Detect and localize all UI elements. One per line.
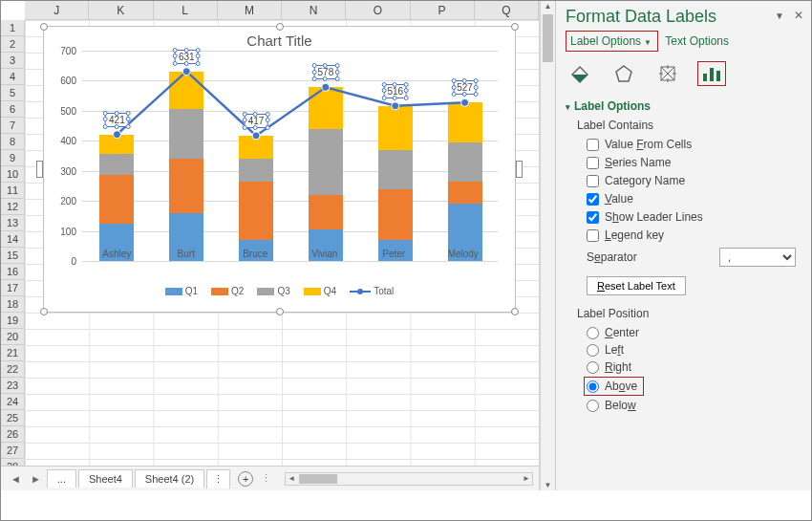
x-axis[interactable]: AshleyBurtBruceVivianPeterMelody bbox=[82, 249, 498, 259]
size-properties-icon[interactable] bbox=[653, 61, 682, 86]
row-header[interactable]: 22 bbox=[1, 361, 25, 378]
svg-point-1 bbox=[182, 68, 190, 76]
svg-rect-8 bbox=[703, 74, 707, 81]
sheet-tab[interactable]: ⋮ bbox=[206, 469, 230, 488]
row-header[interactable]: 25 bbox=[1, 410, 25, 426]
row-header[interactable]: 9 bbox=[1, 150, 25, 166]
separator-label: Separator bbox=[587, 250, 637, 264]
sheet-tabs: ◄ ► ... Sheet4 Sheet4 (2) ⋮ + ⋮ ◄► bbox=[1, 466, 539, 490]
row-header[interactable]: 19 bbox=[1, 313, 25, 329]
row-header[interactable]: 13 bbox=[1, 215, 25, 231]
row-header[interactable]: 17 bbox=[1, 280, 25, 296]
svg-point-2 bbox=[252, 132, 260, 140]
label-position-header: Label Position bbox=[577, 307, 796, 320]
col-header[interactable]: K bbox=[89, 1, 153, 19]
vertical-scrollbar[interactable]: ▲▼ bbox=[540, 1, 555, 490]
plot-area[interactable]: 0100200300400500600700 42163141757851652… bbox=[82, 51, 498, 261]
y-axis[interactable]: 0100200300400500600700 bbox=[53, 51, 78, 261]
label-contains-header: Label Contains bbox=[577, 119, 796, 132]
radio-below[interactable]: Below bbox=[587, 399, 796, 412]
row-header[interactable]: 20 bbox=[1, 329, 25, 345]
close-icon[interactable]: ✕ bbox=[794, 9, 803, 22]
separator-select[interactable]: , bbox=[719, 248, 796, 267]
data-label[interactable]: 516 bbox=[383, 84, 407, 98]
tab-nav-prev[interactable]: ◄ bbox=[7, 473, 25, 485]
total-line-series[interactable] bbox=[82, 51, 498, 261]
svg-point-5 bbox=[461, 98, 469, 106]
check-series-name[interactable]: Series Name bbox=[587, 156, 796, 169]
row-header[interactable]: 2 bbox=[1, 36, 25, 53]
row-header[interactable]: 11 bbox=[1, 183, 25, 199]
label-options-icon[interactable] bbox=[697, 61, 726, 86]
column-headers: J K L M N O P Q bbox=[25, 1, 539, 20]
col-header[interactable]: M bbox=[218, 1, 282, 19]
check-legend-key[interactable]: Legend key bbox=[587, 228, 796, 242]
row-header[interactable]: 10 bbox=[1, 166, 25, 183]
col-header[interactable]: O bbox=[346, 1, 410, 19]
tab-label-options[interactable]: Label Options▼ bbox=[566, 31, 658, 52]
reset-label-text-button[interactable]: Reset Label Text bbox=[587, 276, 686, 295]
svg-rect-9 bbox=[710, 68, 714, 81]
data-label[interactable]: 421 bbox=[105, 113, 129, 127]
worksheet-area: J K L M N O P Q 123456789101112131415161… bbox=[1, 1, 540, 490]
pane-title: Format Data Labels bbox=[566, 7, 801, 27]
check-value[interactable]: Value bbox=[587, 192, 796, 206]
chart-legend[interactable]: Q1 Q2 Q3 Q4 Total bbox=[44, 286, 515, 296]
embedded-chart[interactable]: Chart Title 0100200300400500600700 42163… bbox=[43, 26, 516, 313]
svg-point-0 bbox=[113, 131, 120, 139]
row-header[interactable]: 5 bbox=[1, 85, 25, 101]
data-label[interactable]: 527 bbox=[453, 80, 477, 95]
row-header[interactable]: 7 bbox=[1, 118, 25, 134]
row-header[interactable]: 14 bbox=[1, 231, 25, 248]
svg-rect-10 bbox=[716, 71, 720, 81]
col-header[interactable]: J bbox=[25, 1, 89, 19]
row-header[interactable]: 24 bbox=[1, 394, 25, 410]
col-header[interactable]: Q bbox=[475, 1, 539, 19]
section-label-options[interactable]: Label Options bbox=[566, 99, 796, 113]
svg-marker-6 bbox=[616, 66, 631, 81]
row-header[interactable]: 23 bbox=[1, 378, 25, 394]
sheet-tab[interactable]: Sheet4 (2) bbox=[135, 469, 204, 488]
radio-right[interactable]: Right bbox=[587, 360, 796, 374]
row-header[interactable]: 6 bbox=[1, 101, 25, 118]
row-header[interactable]: 3 bbox=[1, 53, 25, 69]
row-header[interactable]: 27 bbox=[1, 443, 25, 459]
check-value-from-cells[interactable]: Value From Cells bbox=[587, 138, 796, 151]
sheet-tab[interactable]: ... bbox=[47, 469, 76, 488]
pin-icon[interactable]: ▼ bbox=[775, 11, 784, 21]
row-header[interactable]: 26 bbox=[1, 426, 25, 443]
row-headers: 1234567891011121314151617181920212223242… bbox=[1, 20, 25, 466]
check-category-name[interactable]: Category Name bbox=[587, 174, 796, 187]
row-header[interactable]: 28 bbox=[1, 459, 25, 466]
radio-above[interactable]: Above bbox=[585, 378, 643, 395]
fill-line-icon[interactable] bbox=[566, 61, 594, 86]
svg-point-4 bbox=[392, 102, 399, 110]
data-label[interactable]: 578 bbox=[314, 65, 338, 79]
row-header[interactable]: 4 bbox=[1, 69, 25, 85]
row-header[interactable]: 12 bbox=[1, 199, 25, 215]
format-pane: ▼ ✕ Format Data Labels Label Options▼ Te… bbox=[555, 1, 811, 490]
col-header[interactable]: N bbox=[282, 1, 346, 19]
tab-text-options[interactable]: Text Options bbox=[661, 32, 735, 51]
row-header[interactable]: 1 bbox=[1, 20, 25, 36]
data-label[interactable]: 417 bbox=[245, 114, 268, 128]
row-header[interactable]: 21 bbox=[1, 345, 25, 361]
horizontal-scrollbar[interactable]: ◄► bbox=[285, 472, 533, 486]
radio-center[interactable]: Center bbox=[587, 326, 796, 339]
tab-nav-next[interactable]: ► bbox=[27, 473, 45, 485]
effects-icon[interactable] bbox=[609, 61, 638, 86]
sheet-tab[interactable]: Sheet4 bbox=[78, 469, 133, 488]
row-header[interactable]: 15 bbox=[1, 248, 25, 264]
col-header[interactable]: L bbox=[154, 1, 218, 19]
row-header[interactable]: 18 bbox=[1, 296, 25, 313]
add-sheet-button[interactable]: + bbox=[238, 471, 253, 487]
check-leader-lines[interactable]: Show Leader Lines bbox=[587, 210, 796, 224]
row-header[interactable]: 8 bbox=[1, 134, 25, 150]
col-header[interactable]: P bbox=[411, 1, 475, 19]
radio-left[interactable]: Left bbox=[587, 343, 796, 357]
svg-point-3 bbox=[322, 83, 330, 91]
data-label[interactable]: 631 bbox=[175, 50, 199, 64]
row-header[interactable]: 16 bbox=[1, 264, 25, 280]
